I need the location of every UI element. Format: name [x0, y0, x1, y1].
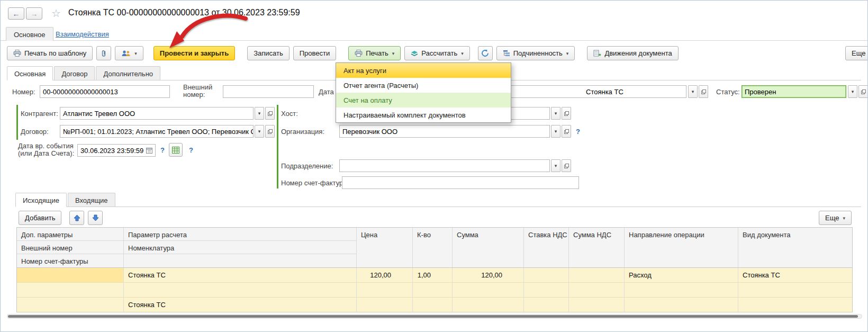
move-down-button[interactable] [88, 211, 103, 225]
cell-price[interactable] [357, 298, 413, 312]
contract-input[interactable]: №РП-001; 01.01.2023; Атлантис Тревел ООО… [60, 125, 254, 138]
document-movements-button[interactable]: Движения документа [587, 46, 678, 60]
event-date-input[interactable]: 30.06.2023 23:59:59 [77, 144, 156, 157]
arrow-down-icon [92, 214, 99, 221]
add-row-button[interactable]: Добавить [19, 211, 61, 225]
cell-qty[interactable] [413, 298, 453, 312]
cell-qty[interactable]: 1,00 [413, 268, 453, 282]
tab-dopolnitelno[interactable]: Дополнительно [96, 66, 160, 80]
move-up-button[interactable] [69, 211, 84, 225]
counterparty-input[interactable]: Атлантис Тревел ООО [60, 107, 254, 120]
favorite-star-icon[interactable]: ☆ [51, 8, 61, 19]
cell-calc-parameter[interactable] [124, 283, 357, 297]
status-dropdown-button[interactable]: ▾ [848, 85, 857, 98]
operation-kind-dropdown-button[interactable]: ▾ [688, 85, 698, 98]
cell-doc-kind[interactable] [738, 283, 852, 297]
horizontal-scrollbar-thumb[interactable] [8, 315, 858, 318]
cell-qty[interactable] [413, 283, 453, 297]
host-dropdown-button[interactable]: ▾ [551, 107, 560, 120]
table-row[interactable] [17, 283, 852, 298]
schedule-table-button[interactable] [169, 143, 183, 157]
cell-direction[interactable] [625, 298, 738, 312]
organization-input[interactable]: Перевозчик ООО [339, 125, 550, 138]
counterparty-value: Атлантис Тревел ООО [63, 110, 135, 118]
cell-calc-parameter[interactable]: Стоянка ТС [124, 268, 357, 282]
post-button[interactable]: Провести [293, 46, 337, 60]
responsible-users-button[interactable]: ▾ [115, 46, 143, 60]
cell-sum[interactable] [453, 298, 524, 312]
cell-vat-sum[interactable] [569, 268, 625, 282]
cell-doc-kind[interactable]: Стоянка ТС [738, 268, 852, 282]
print-menu-button[interactable]: Печать ▾ [348, 46, 401, 60]
cell-vat-rate[interactable] [524, 268, 569, 282]
organization-open-button[interactable] [562, 125, 571, 138]
cell-sum[interactable] [453, 283, 524, 297]
refresh-button[interactable] [478, 46, 493, 60]
host-label: Хост: [281, 110, 298, 118]
cell-extra-params[interactable] [17, 268, 124, 282]
cell-vat-rate[interactable] [524, 283, 569, 297]
print-by-template-label: Печать по шаблону [24, 49, 86, 57]
horizontal-scrollbar[interactable] [7, 314, 862, 319]
organization-hint[interactable]: ? [576, 128, 580, 136]
calculate-button[interactable]: Рассчитать ▾ [404, 46, 469, 60]
post-and-close-button[interactable]: Провести и закрыть [153, 46, 235, 60]
forward-button[interactable]: → [26, 7, 42, 20]
page-title: Стоянка ТС 00-00000000000000013 от 30.06… [68, 8, 300, 17]
tab-osnovnaya[interactable]: Основная [7, 66, 53, 80]
header-extra-params: Доп. параметры [17, 228, 123, 241]
invoice-number-input[interactable] [342, 176, 579, 189]
cell-direction[interactable]: Расход [625, 268, 738, 282]
event-date-hint[interactable]: ? [160, 146, 165, 154]
cell-price[interactable]: 120,00 [357, 268, 413, 282]
status-input[interactable]: Проверен [742, 85, 846, 98]
status-open-button[interactable] [858, 85, 868, 98]
cell-direction[interactable] [625, 283, 738, 297]
header-sum: Сумма [453, 228, 524, 267]
external-number-input[interactable] [223, 85, 314, 98]
department-open-button[interactable] [562, 159, 571, 172]
calendar-icon[interactable] [146, 147, 152, 154]
operation-kind-open-button[interactable] [699, 85, 708, 98]
counterparty-dropdown-button[interactable]: ▾ [255, 107, 264, 120]
cell-vat-sum[interactable] [569, 298, 625, 312]
counterparty-open-button[interactable] [265, 107, 275, 120]
table-row[interactable]: Стоянка ТС [17, 298, 852, 312]
tab-vkhodyashchie[interactable]: Входящие [68, 193, 115, 207]
department-input[interactable] [339, 159, 550, 172]
arrow-up-icon [74, 214, 80, 221]
cell-extra-params[interactable] [17, 298, 124, 312]
menu-item-custom-document-set[interactable]: Настраиваемый комплект документов [336, 107, 511, 122]
tab-dogovor[interactable]: Договор [54, 66, 95, 80]
tab-interactions-link[interactable]: Взаимодействия [56, 30, 109, 38]
host-open-button[interactable] [562, 107, 571, 120]
tab-main[interactable]: Основное [6, 27, 53, 41]
schedule-hint[interactable]: ? [189, 146, 193, 154]
menu-item-act-services[interactable]: Акт на услуги [336, 63, 511, 78]
tab-iskhodyashchie[interactable]: Исходящие [15, 193, 67, 207]
organization-dropdown-button[interactable]: ▾ [551, 125, 560, 138]
cell-sum[interactable]: 120,00 [453, 268, 524, 282]
cell-vat-sum[interactable] [569, 283, 625, 297]
cell-vat-rate[interactable] [524, 298, 569, 312]
grid-more-button[interactable]: Еще ▾ [819, 211, 852, 225]
group-accent-bar [16, 105, 18, 140]
cell-calc-parameter[interactable]: Стоянка ТС [124, 298, 357, 312]
menu-item-payment-invoice[interactable]: Счет на оплату [336, 93, 511, 107]
contract-open-button[interactable] [265, 125, 275, 138]
table-row[interactable]: Стоянка ТС 120,00 1,00 120,00 Расход Сто… [17, 268, 852, 283]
print-by-template-button[interactable]: Печать по шаблону [7, 46, 93, 60]
write-button[interactable]: Записать [247, 46, 290, 60]
open-icon [701, 89, 706, 94]
back-button[interactable]: ← [8, 7, 24, 20]
department-dropdown-button[interactable]: ▾ [551, 159, 560, 172]
cell-doc-kind[interactable] [738, 298, 852, 312]
subordination-button[interactable]: Подчиненность ▾ [496, 46, 575, 60]
toolbar-more-button[interactable]: Еще ▾ [845, 46, 868, 60]
number-input[interactable]: 00-00000000000000013 [40, 85, 170, 98]
menu-item-agent-report[interactable]: Отчет агента (Расчеты) [336, 78, 511, 93]
cell-extra-params[interactable] [17, 283, 124, 297]
cell-price[interactable] [357, 283, 413, 297]
attachments-button[interactable] [96, 46, 111, 60]
contract-dropdown-button[interactable]: ▾ [255, 125, 264, 138]
